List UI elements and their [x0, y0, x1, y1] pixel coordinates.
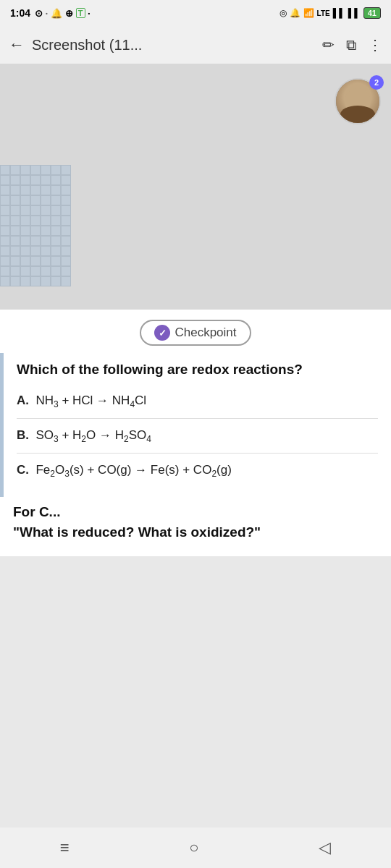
signal-bars: ▌▌ — [333, 8, 345, 18]
follow-up-question: "What is reduced? What is oxidized?" — [13, 523, 378, 542]
question-block: Which of the following are redox reactio… — [0, 353, 391, 497]
question-text: Which of the following are redox reactio… — [17, 360, 378, 380]
status-time: 1:04 ⊙ • 🔔 ⊕ T • — [10, 7, 90, 19]
menu-nav-icon[interactable]: ≡ — [60, 838, 70, 857]
checkpoint-check-icon: ✓ — [154, 325, 170, 341]
notification-icon: 🔔 — [51, 8, 62, 19]
action-buttons: ✏ ⧉ ⋮ — [322, 36, 382, 54]
signal-bars2: ▌▌ — [348, 8, 361, 18]
option-b: B. SO3 + H2O → H2SO4 — [17, 425, 378, 447]
checkpoint-pill: ✓ Checkpoint — [140, 320, 251, 346]
status-left-icons: ⊙ • 🔔 ⊕ T • — [35, 8, 90, 19]
back-button[interactable]: ← — [9, 37, 25, 53]
more-button[interactable]: ⋮ — [368, 36, 382, 54]
option-c: C. Fe2O3(s) + CO(g) → Fe(s) + CO2(g) — [17, 459, 378, 482]
checkpoint-label: Checkpoint — [175, 326, 236, 340]
signal-icon: ◎ — [279, 8, 287, 18]
follow-up-label: For C... — [13, 504, 378, 520]
time-display: 1:04 — [10, 7, 30, 19]
dot-icon: • — [46, 10, 48, 17]
status-bar: 1:04 ⊙ • 🔔 ⊕ T • ◎ 🔔 📶 LTE ▌▌ ▌▌ 41 — [0, 0, 391, 26]
nav-bar: ≡ ○ ◁ — [0, 827, 391, 868]
notification-badge: 2 — [369, 75, 384, 90]
divider-1 — [17, 418, 378, 419]
lte-icon: LTE — [317, 9, 330, 17]
app-icon: T — [76, 8, 85, 18]
screen-icon: ⊕ — [65, 8, 73, 19]
bottom-gray-section — [0, 556, 391, 744]
page-title: Screenshot (11... — [32, 37, 315, 54]
checkpoint-banner: ✓ Checkpoint — [0, 310, 391, 353]
status-right-icons: ◎ 🔔 📶 LTE ▌▌ ▌▌ 41 — [279, 7, 381, 19]
open-button[interactable]: ⧉ — [346, 37, 356, 54]
battery-indicator: 41 — [363, 7, 381, 19]
wifi-icon: 📶 — [303, 8, 314, 18]
follow-up-block: For C... "What is reduced? What is oxidi… — [0, 497, 391, 557]
content-area: 2 ✓ Checkpoint Which of the — [0, 64, 391, 827]
upper-section: 2 — [0, 64, 391, 310]
back-nav-icon[interactable]: ◁ — [319, 838, 331, 857]
divider-2 — [17, 453, 378, 454]
grid-pattern — [0, 165, 87, 310]
alarm2-icon: 🔔 — [290, 8, 300, 18]
option-a: A. NH3 + HCl → NH4Cl — [17, 390, 378, 412]
edit-button[interactable]: ✏ — [322, 36, 335, 54]
lower-section: ✓ Checkpoint Which of the following are … — [0, 310, 391, 744]
app-bar: ← Screenshot (11... ✏ ⧉ ⋮ — [0, 26, 391, 64]
dot2-icon: • — [88, 10, 91, 17]
avatar-container[interactable]: 2 — [335, 78, 381, 124]
home-nav-icon[interactable]: ○ — [189, 838, 198, 857]
alarm-icon: ⊙ — [35, 8, 43, 19]
